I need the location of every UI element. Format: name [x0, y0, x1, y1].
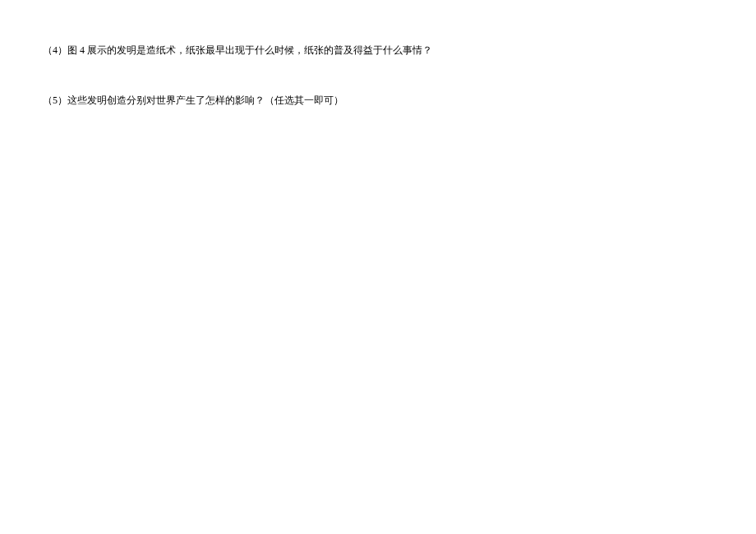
question-5-text: （5）这些发明创造分别对世界产生了怎样的影响？（任选其一即可） [43, 94, 343, 106]
question-5: （5）这些发明创造分别对世界产生了怎样的影响？（任选其一即可） [43, 93, 756, 108]
question-4-text: （4）图 4 展示的发明是造纸术，纸张最早出现于什么时候，纸张的普及得益于什么事… [43, 44, 432, 56]
question-4: （4）图 4 展示的发明是造纸术，纸张最早出现于什么时候，纸张的普及得益于什么事… [43, 43, 756, 58]
